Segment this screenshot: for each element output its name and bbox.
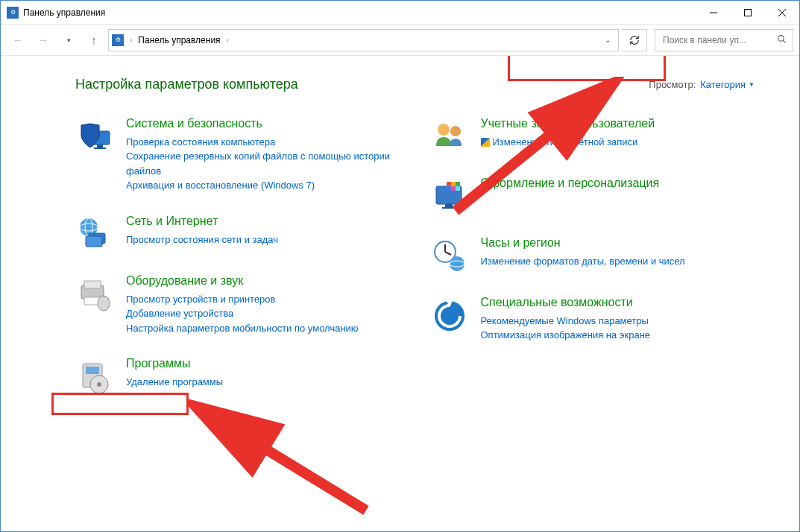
- recent-locations-button[interactable]: ▾: [57, 29, 80, 51]
- forward-button[interactable]: →: [32, 29, 54, 51]
- navbar: ← → ▾ ↑ ⚙ › Панель управления › ⌄: [1, 25, 799, 56]
- category-link[interactable]: Рекомендуемые Windows параметры: [481, 314, 651, 329]
- category-programs: Программы Удаление программы: [75, 356, 400, 395]
- view-by-value[interactable]: Категория ▼: [700, 79, 755, 90]
- category-hardware-sound: Оборудование и звук Просмотр устройств и…: [75, 273, 400, 335]
- svg-rect-28: [451, 182, 456, 186]
- right-column: Учетные записи пользователей Изменение т…: [430, 116, 755, 416]
- category-clock-region: Часы и регион Изменение форматов даты, в…: [430, 235, 755, 274]
- clock-globe-icon: [430, 235, 469, 274]
- search-input[interactable]: [661, 34, 774, 46]
- monitor-colors-icon: [430, 176, 469, 215]
- svg-rect-8: [94, 148, 106, 149]
- category-title[interactable]: Специальные возможности: [481, 295, 651, 311]
- svg-rect-19: [86, 367, 99, 374]
- address-icon: ⚙: [112, 34, 124, 46]
- category-title[interactable]: Часы и регион: [481, 235, 685, 251]
- svg-rect-30: [447, 186, 451, 191]
- globe-network-icon: [75, 214, 114, 253]
- category-title[interactable]: Оформление и персонализация: [481, 176, 660, 191]
- people-icon: [430, 116, 469, 155]
- shield-monitor-icon: [75, 116, 114, 155]
- category-user-accounts: Учетные записи пользователей Изменение т…: [430, 116, 755, 155]
- category-link[interactable]: Просмотр устройств и принтеров: [126, 292, 359, 307]
- category-link-uninstall[interactable]: Удаление программы: [126, 375, 223, 390]
- view-by-label: Просмотр:: [649, 79, 696, 90]
- category-link[interactable]: Архивация и восстановление (Windows 7): [126, 178, 400, 193]
- svg-point-23: [450, 126, 461, 136]
- svg-point-21: [97, 382, 101, 387]
- category-ease-of-access: Специальные возможности Рекомендуемые Wi…: [430, 295, 755, 343]
- chevron-right-icon: ›: [225, 36, 230, 44]
- ease-of-access-icon: [430, 295, 469, 334]
- category-title[interactable]: Система и безопасность: [126, 116, 400, 132]
- category-link[interactable]: Изменение форматов даты, времени и чисел: [481, 254, 685, 269]
- category-appearance: Оформление и персонализация: [430, 176, 755, 215]
- svg-rect-27: [447, 182, 451, 186]
- svg-rect-25: [445, 204, 453, 207]
- svg-rect-26: [442, 207, 456, 209]
- category-title[interactable]: Программы: [126, 356, 223, 372]
- svg-rect-1: [745, 9, 752, 16]
- dropdown-icon: ▼: [749, 81, 755, 88]
- address-dropdown-icon[interactable]: ⌄: [600, 36, 615, 44]
- svg-point-22: [438, 124, 450, 136]
- annotation-arrow-2: [187, 399, 381, 518]
- category-system-security: Система и безопасность Проверка состояни…: [75, 116, 400, 193]
- close-button[interactable]: [765, 1, 799, 24]
- svg-line-43: [198, 408, 366, 510]
- search-box[interactable]: [655, 29, 793, 51]
- svg-rect-29: [456, 182, 460, 186]
- back-button[interactable]: ←: [7, 29, 29, 51]
- category-network: Сеть и Интернет Просмотр состояния сети …: [75, 214, 400, 253]
- svg-point-36: [450, 256, 464, 271]
- category-title[interactable]: Учетные записи пользователей: [481, 116, 655, 132]
- category-link[interactable]: Изменение типа учетной записи: [481, 135, 655, 150]
- window-title: Панель управления: [23, 7, 105, 18]
- control-panel-icon: ⚙: [7, 7, 19, 19]
- breadcrumb[interactable]: Панель управления: [138, 35, 220, 45]
- category-link[interactable]: Просмотр состояния сети и задач: [126, 232, 278, 247]
- view-by-control[interactable]: Просмотр: Категория ▼: [649, 79, 755, 90]
- category-link[interactable]: Добавление устройства: [126, 306, 359, 321]
- minimize-button[interactable]: [696, 1, 731, 24]
- category-link[interactable]: Оптимизация изображения на экране: [481, 328, 651, 343]
- refresh-button[interactable]: [622, 29, 647, 51]
- titlebar: ⚙ Панель управления: [1, 1, 799, 25]
- content-header: Настройка параметров компьютера Просмотр…: [75, 77, 755, 92]
- control-panel-window: ⚙ Панель управления ← → ▾ ↑ ⚙ › Панель у…: [0, 0, 800, 532]
- category-title[interactable]: Оборудование и звук: [126, 273, 359, 289]
- maximize-button[interactable]: [731, 1, 765, 24]
- up-button[interactable]: ↑: [83, 29, 105, 51]
- svg-rect-13: [86, 236, 102, 247]
- page-title: Настройка параметров компьютера: [75, 77, 298, 92]
- printer-mouse-icon: [75, 273, 114, 312]
- category-link[interactable]: Проверка состояния компьютера: [126, 135, 400, 150]
- svg-rect-31: [451, 186, 456, 191]
- svg-point-4: [778, 35, 784, 41]
- svg-rect-7: [97, 145, 103, 148]
- svg-rect-15: [84, 281, 101, 288]
- search-icon[interactable]: [777, 34, 787, 46]
- svg-rect-32: [456, 186, 460, 191]
- left-column: Система и безопасность Проверка состояни…: [75, 116, 400, 416]
- category-link[interactable]: Настройка параметров мобильности по умол…: [126, 321, 359, 336]
- chevron-right-icon: ›: [128, 36, 133, 44]
- window-controls: [696, 1, 799, 24]
- svg-point-17: [98, 296, 110, 311]
- svg-line-5: [783, 40, 785, 42]
- address-bar[interactable]: ⚙ › Панель управления › ⌄: [108, 29, 619, 51]
- category-link[interactable]: Сохранение резервных копий файлов с помо…: [126, 149, 400, 178]
- category-title[interactable]: Сеть и Интернет: [126, 214, 278, 229]
- content: Настройка параметров компьютера Просмотр…: [1, 56, 799, 531]
- disc-box-icon: [75, 356, 114, 395]
